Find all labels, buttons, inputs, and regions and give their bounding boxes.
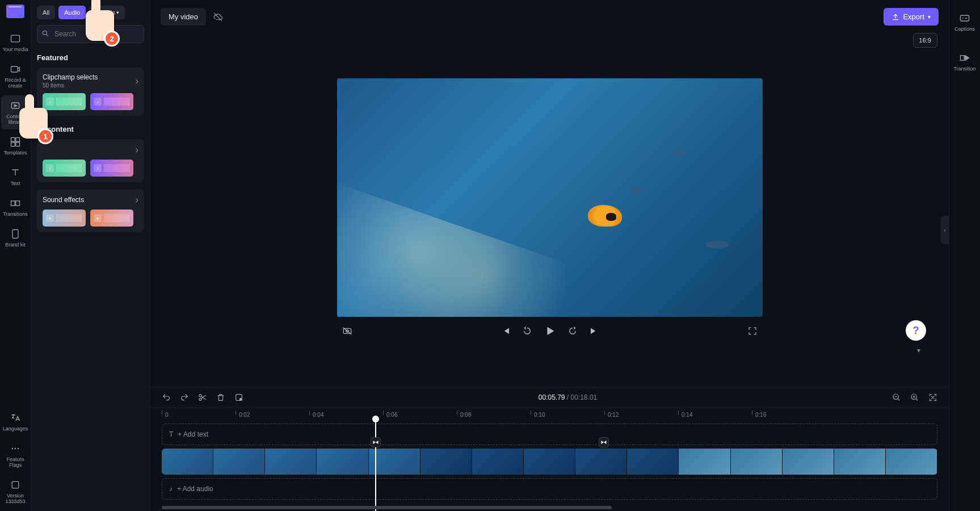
nav-label: Brand kit [5, 242, 26, 248]
timeline-scrollbar[interactable] [162, 506, 937, 509]
trash-icon[interactable] [216, 393, 225, 402]
nav-version[interactable]: Version 1333d53 [1, 475, 30, 509]
tab-audio[interactable]: Audio [58, 6, 86, 19]
card-subtitle: 50 items [43, 82, 98, 89]
nav-brand-kit[interactable]: Brand kit [1, 224, 30, 252]
app-logo-icon [6, 5, 24, 18]
audio-track[interactable]: ♪ + Add audio [162, 478, 937, 500]
sound-effects-card[interactable]: Sound effects › ● ● [37, 189, 144, 232]
nav-label: Transition [953, 66, 975, 72]
chevron-down-icon: ▾ [928, 14, 931, 20]
svg-point-20 [239, 398, 242, 400]
nav-your-media[interactable]: Your media [1, 28, 30, 57]
rewind-10-icon[interactable] [522, 326, 532, 336]
redo-icon[interactable] [180, 393, 189, 402]
zoom-out-icon[interactable] [892, 393, 901, 402]
cloud-off-icon[interactable] [213, 12, 223, 22]
video-track[interactable] [162, 449, 937, 475]
chevron-down-icon[interactable]: ▾ [917, 346, 920, 354]
zoom-in-icon[interactable] [910, 393, 919, 402]
nav-captions[interactable]: Captions [950, 8, 979, 36]
video-clip[interactable] [679, 449, 730, 475]
nav-record-create[interactable]: Record & create [1, 59, 30, 93]
timeline-ruler[interactable]: 0 0:02 0:04 0:06 0:08 0:10 0:12 0:14 0:1… [150, 408, 949, 419]
video-clip[interactable] [369, 449, 420, 475]
audio-thumb[interactable]: ♪ [43, 160, 86, 177]
help-button[interactable]: ? [906, 320, 926, 341]
chevron-right-icon: › [136, 195, 138, 205]
transition-handle[interactable] [599, 437, 609, 447]
nav-label: Feature Flags [1, 456, 30, 468]
audio-thumb[interactable]: ● [90, 210, 133, 227]
nav-label: Transitions [3, 211, 28, 217]
text-icon: T [169, 430, 173, 438]
svg-rect-1 [11, 66, 18, 72]
project-title[interactable]: My video [161, 8, 206, 26]
nav-text[interactable]: Text [1, 162, 30, 191]
sound-icon: ● [46, 214, 54, 222]
svg-rect-23 [961, 15, 969, 21]
video-clip[interactable] [886, 449, 937, 475]
video-clip[interactable] [834, 449, 886, 475]
ruler-tick: 0:14 [678, 412, 752, 418]
audio-thumb[interactable]: ♪ [43, 93, 86, 110]
svg-rect-5 [11, 143, 15, 146]
nav-label: Version 1333d53 [1, 493, 30, 504]
expand-right-panel-button[interactable]: ‹ [941, 216, 949, 244]
scissors-icon[interactable] [198, 393, 207, 402]
nav-transition[interactable]: Transition [950, 48, 979, 76]
play-icon[interactable] [544, 325, 556, 337]
video-clip[interactable] [783, 449, 834, 475]
sound-icon: ● [94, 214, 102, 222]
video-clip[interactable] [472, 449, 524, 475]
nav-transitions[interactable]: Transitions [1, 193, 30, 221]
undo-icon[interactable] [162, 393, 171, 402]
snapshot-icon[interactable] [342, 326, 352, 336]
audio-thumb[interactable]: ♪ [90, 93, 133, 110]
audio-thumb[interactable]: ● [43, 210, 86, 227]
music-note-icon: ♪ [169, 485, 173, 493]
text-track[interactable]: T + Add text [162, 424, 937, 445]
fish-icon [588, 205, 622, 227]
video-clip[interactable] [420, 449, 472, 475]
skip-forward-icon[interactable] [589, 326, 599, 336]
video-clip[interactable] [317, 449, 368, 475]
left-nav: Your media Record & create Content libra… [0, 0, 31, 511]
video-clip[interactable] [627, 449, 679, 475]
nav-languages[interactable]: Languages [1, 408, 30, 436]
nav-templates[interactable]: Templates [1, 132, 30, 160]
svg-point-10 [12, 448, 14, 450]
video-clip[interactable] [575, 449, 627, 475]
ruler-tick: 0 [162, 412, 235, 418]
playhead[interactable] [375, 419, 376, 511]
search-container [37, 25, 144, 43]
video-preview[interactable] [337, 78, 763, 317]
nav-content-library[interactable]: Content library [1, 95, 30, 129]
aspect-ratio-button[interactable]: 16:9 [913, 33, 937, 48]
tab-visuals[interactable]: Visuals ▾ [89, 6, 124, 19]
video-clip[interactable] [265, 449, 317, 475]
forward-10-icon[interactable] [567, 326, 578, 336]
card-title: Clipchamp selects [43, 73, 98, 81]
content-panel: All Audio Visuals ▾ Featured Clipchamp s… [31, 0, 150, 511]
nav-more[interactable]: Feature Flags [1, 438, 30, 472]
video-clip[interactable] [162, 449, 213, 475]
add-audio-label: + Add audio [177, 485, 213, 493]
nav-label: Captions [954, 26, 975, 32]
audio-thumb[interactable]: ♪ [90, 160, 133, 177]
tab-all[interactable]: All [37, 6, 55, 19]
featured-card[interactable]: Clipchamp selects 50 items › ♪ ♪ [37, 68, 144, 116]
video-clip[interactable] [213, 449, 265, 475]
content-card[interactable]: › ♪ ♪ [37, 139, 144, 182]
skip-back-icon[interactable] [500, 326, 511, 336]
zoom-fit-icon[interactable] [928, 393, 937, 402]
export-button[interactable]: Export ▾ [884, 8, 939, 26]
waveform-icon [104, 98, 130, 106]
video-clip[interactable] [524, 449, 575, 475]
video-clip[interactable] [731, 449, 783, 475]
search-input[interactable] [37, 25, 144, 43]
split-icon[interactable] [234, 393, 243, 402]
transition-handle[interactable] [371, 437, 381, 447]
content-tabs: All Audio Visuals ▾ [37, 6, 144, 19]
fullscreen-icon[interactable] [747, 326, 758, 336]
